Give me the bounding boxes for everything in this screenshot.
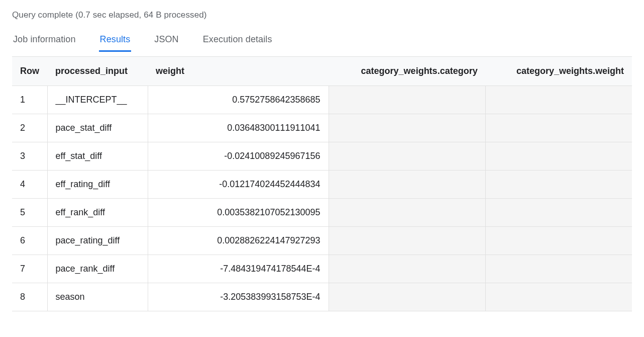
table-row: 2pace_stat_diff0.03648300111911041 — [12, 114, 632, 142]
cell-row-number: 1 — [12, 86, 47, 114]
col-header-category-weights-weight: category_weights.weight — [486, 57, 632, 86]
cell-weight: 0.5752758642358685 — [148, 86, 329, 114]
tab-json[interactable]: JSON — [153, 31, 179, 52]
cell-category-weights-weight — [486, 199, 632, 227]
table-row: 5eff_rank_diff0.0035382107052130095 — [12, 199, 632, 227]
table-row: 8season-3.205383993158753E-4 — [12, 283, 632, 311]
cell-row-number: 2 — [12, 114, 47, 142]
query-status: Query complete (0.7 sec elapsed, 64 B pr… — [12, 10, 632, 20]
cell-category-weights-weight — [486, 86, 632, 114]
table-row: 3eff_stat_diff-0.02410089245967156 — [12, 142, 632, 171]
cell-category-weights-weight — [486, 255, 632, 283]
cell-processed-input: season — [47, 283, 148, 311]
tab-results[interactable]: Results — [99, 31, 132, 52]
cell-weight: 0.03648300111911041 — [148, 114, 329, 142]
cell-processed-input: __INTERCEPT__ — [47, 86, 148, 114]
cell-category-weights-category — [329, 199, 486, 227]
col-header-row: Row — [12, 57, 47, 86]
cell-row-number: 5 — [12, 199, 47, 227]
cell-processed-input: eff_rank_diff — [47, 199, 148, 227]
cell-category-weights-category — [329, 86, 486, 114]
table-row: 6pace_rating_diff0.0028826224147927293 — [12, 227, 632, 255]
cell-processed-input: eff_stat_diff — [47, 142, 148, 171]
cell-weight: -0.012174024452444834 — [148, 171, 329, 199]
cell-processed-input: eff_rating_diff — [47, 171, 148, 199]
cell-row-number: 6 — [12, 227, 47, 255]
cell-category-weights-weight — [486, 171, 632, 199]
cell-category-weights-weight — [486, 142, 632, 171]
tab-execution-details[interactable]: Execution details — [202, 31, 273, 52]
cell-weight: 0.0035382107052130095 — [148, 199, 329, 227]
cell-category-weights-weight — [486, 227, 632, 255]
cell-weight: 0.0028826224147927293 — [148, 227, 329, 255]
cell-category-weights-category — [329, 114, 486, 142]
cell-category-weights-category — [329, 227, 486, 255]
cell-category-weights-category — [329, 283, 486, 311]
cell-category-weights-weight — [486, 114, 632, 142]
cell-category-weights-category — [329, 142, 486, 171]
cell-category-weights-weight — [486, 283, 632, 311]
cell-processed-input: pace_rating_diff — [47, 227, 148, 255]
cell-category-weights-category — [329, 171, 486, 199]
cell-processed-input: pace_stat_diff — [47, 114, 148, 142]
cell-row-number: 3 — [12, 142, 47, 171]
cell-weight: -3.205383993158753E-4 — [148, 283, 329, 311]
cell-row-number: 8 — [12, 283, 47, 311]
col-header-processed-input: processed_input — [47, 57, 148, 86]
table-header-row: Row processed_input weight category_weig… — [12, 57, 632, 86]
results-tabs: Job informationResultsJSONExecution deta… — [12, 31, 632, 52]
cell-row-number: 4 — [12, 171, 47, 199]
cell-row-number: 7 — [12, 255, 47, 283]
cell-category-weights-category — [329, 255, 486, 283]
tab-job-information[interactable]: Job information — [12, 31, 77, 52]
table-row: 4eff_rating_diff-0.012174024452444834 — [12, 171, 632, 199]
col-header-weight: weight — [148, 57, 329, 86]
col-header-category-weights-category: category_weights.category — [329, 57, 486, 86]
table-row: 1__INTERCEPT__0.5752758642358685 — [12, 86, 632, 114]
cell-weight: -7.484319474178544E-4 — [148, 255, 329, 283]
table-row: 7pace_rank_diff-7.484319474178544E-4 — [12, 255, 632, 283]
results-table: Row processed_input weight category_weig… — [12, 56, 632, 311]
cell-processed-input: pace_rank_diff — [47, 255, 148, 283]
cell-weight: -0.02410089245967156 — [148, 142, 329, 171]
